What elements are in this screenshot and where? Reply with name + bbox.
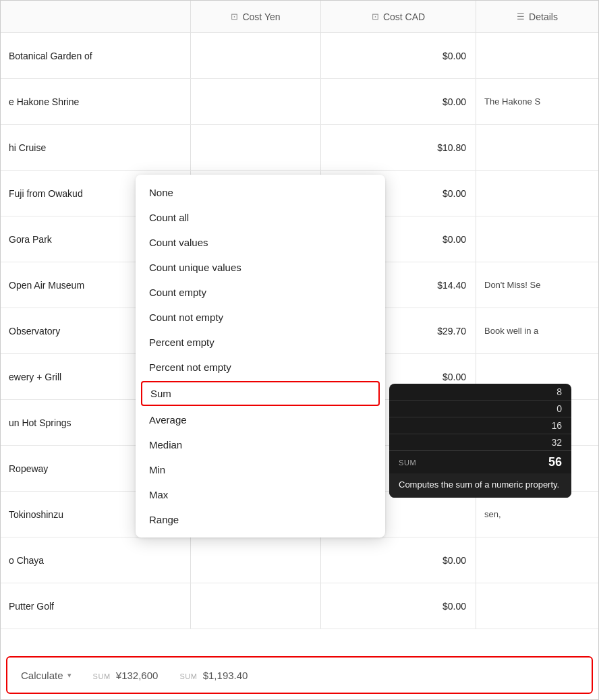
table-row: o Chaya $0.00 (1, 537, 598, 583)
table-header: ⊡ Cost Yen ⊡ Cost CAD ☰ Details (1, 1, 598, 33)
menu-item-average[interactable]: Average (136, 407, 385, 432)
tooltip-value: 16 (389, 417, 571, 434)
details-col-icon: ☰ (517, 11, 525, 22)
cell-name: o Chaya (1, 537, 191, 583)
cell-cad: $0.00 (321, 583, 476, 629)
chevron-down-icon: ▾ (67, 671, 72, 680)
table-row: hi Cruise $10.80 (1, 125, 598, 171)
col-cad-header[interactable]: ⊡ Cost CAD (321, 1, 476, 32)
tooltip-sum-row: SUM 56 (389, 450, 571, 473)
table-body: Botanical Garden of $0.00 e Hakone Shrin… (1, 33, 598, 653)
tooltip-description: Computes the sum of a numeric property. (389, 473, 571, 498)
menu-item-max[interactable]: Max (136, 482, 385, 507)
cell-yen (191, 583, 321, 629)
menu-item-range[interactable]: Range (136, 507, 385, 532)
col-name-header (1, 1, 191, 32)
calculate-button[interactable]: Calculate ▾ (21, 670, 72, 681)
menu-item-none[interactable]: None (136, 180, 385, 205)
cell-name: hi Cruise (1, 125, 191, 170)
cell-cad: $0.00 (321, 33, 476, 78)
tooltip-sum-value: 56 (548, 455, 562, 469)
col-yen-label: Cost Yen (242, 11, 280, 22)
cell-details: The Hakone S (476, 79, 598, 124)
footer-bar: Calculate ▾ SUM ¥132,600 SUM $1,193.40 (6, 656, 593, 694)
tooltip-value: 0 (389, 401, 571, 417)
col-yen-header[interactable]: ⊡ Cost Yen (191, 1, 321, 32)
cell-details: sen, (476, 492, 598, 537)
cell-yen (191, 125, 321, 170)
cell-details (476, 171, 598, 216)
tooltip-value: 32 (389, 434, 571, 451)
tooltip-box: 8 0 16 32 SUM 56 Computes the sum of a n… (389, 384, 571, 498)
menu-item-sum[interactable]: Sum (141, 381, 380, 406)
tooltip-row: 0 (389, 401, 571, 417)
col-cad-label: Cost CAD (383, 11, 425, 22)
cell-yen (191, 79, 321, 124)
cell-cad: $0.00 (321, 79, 476, 124)
tooltip-value: 8 (389, 384, 571, 401)
cell-details (476, 216, 598, 262)
cell-name: Putter Golf (1, 583, 191, 629)
cell-details: Don't Miss! Se (476, 262, 598, 308)
footer-sum-cad: SUM $1,193.40 (179, 670, 248, 681)
cad-sum-label: SUM (179, 672, 197, 680)
tooltip-row: 32 (389, 434, 571, 451)
cad-sum-value: $1,193.40 (203, 670, 248, 681)
cell-name: Botanical Garden of (1, 33, 191, 78)
tooltip-row: 8 (389, 384, 571, 401)
yen-sum-value: ¥132,600 (116, 670, 159, 681)
dropdown-menu: None Count all Count values Count unique… (136, 175, 385, 537)
table-row: e Hakone Shrine $0.00 The Hakone S (1, 79, 598, 125)
cad-col-icon: ⊡ (372, 11, 379, 22)
yen-col-icon: ⊡ (231, 11, 238, 22)
menu-item-count-all[interactable]: Count all (136, 205, 385, 230)
col-details-header[interactable]: ☰ Details (476, 1, 598, 32)
tooltip-sum-label: SUM (399, 459, 416, 467)
calculate-label: Calculate (21, 670, 63, 681)
cell-yen (191, 537, 321, 583)
tooltip-table: 8 0 16 32 (389, 384, 571, 450)
cell-name: e Hakone Shrine (1, 79, 191, 124)
menu-item-percent-not-empty[interactable]: Percent not empty (136, 355, 385, 380)
menu-item-percent-empty[interactable]: Percent empty (136, 330, 385, 355)
table-row: Botanical Garden of $0.00 (1, 33, 598, 79)
yen-sum-label: SUM (93, 672, 111, 680)
cell-details (476, 125, 598, 170)
cell-cad: $0.00 (321, 537, 476, 583)
menu-item-median[interactable]: Median (136, 432, 385, 457)
cell-details: Book well in a (476, 308, 598, 353)
tooltip-row: 16 (389, 417, 571, 434)
cell-details (476, 33, 598, 78)
cell-yen (191, 33, 321, 78)
footer-sum-yen: SUM ¥132,600 (93, 670, 159, 681)
col-details-label: Details (529, 11, 558, 22)
menu-item-count-not-empty[interactable]: Count not empty (136, 305, 385, 330)
menu-item-count-empty[interactable]: Count empty (136, 280, 385, 305)
cell-details (476, 537, 598, 583)
table-row: Putter Golf $0.00 (1, 583, 598, 629)
menu-item-count-values[interactable]: Count values (136, 230, 385, 255)
cell-cad: $10.80 (321, 125, 476, 170)
menu-item-min[interactable]: Min (136, 457, 385, 482)
menu-item-count-unique-values[interactable]: Count unique values (136, 255, 385, 280)
cell-details (476, 583, 598, 629)
